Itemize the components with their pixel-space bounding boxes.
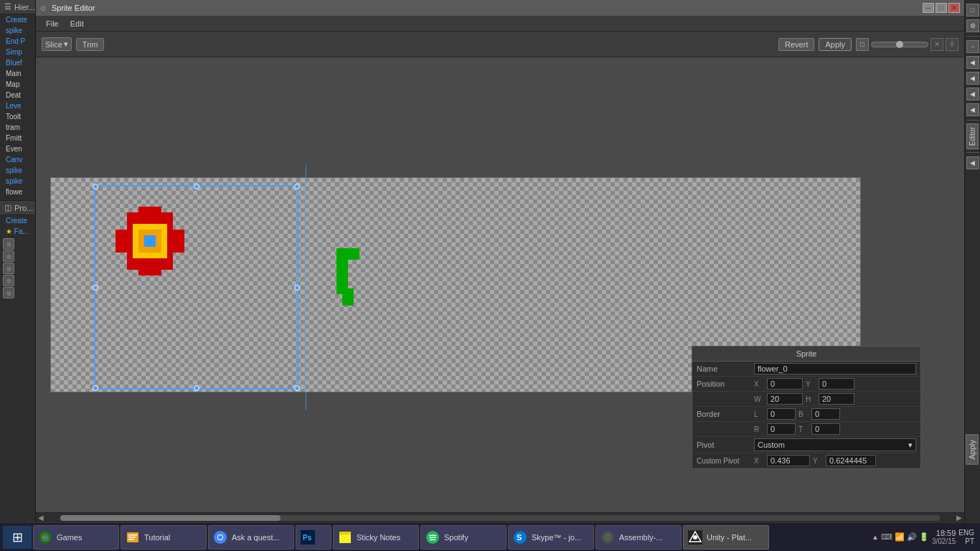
menu-edit[interactable]: Edit	[66, 19, 88, 28]
revert-button[interactable]: Revert	[778, 38, 814, 51]
taskbar-item-spotify[interactable]: Spotify	[420, 525, 507, 550]
view-icon-1[interactable]: □	[856, 38, 869, 51]
tray-arrow[interactable]: ▲	[872, 533, 879, 541]
sidebar-item-endp[interactable]: End P	[0, 36, 35, 47]
r-input[interactable]	[767, 423, 796, 435]
apply-button-top[interactable]: Apply	[819, 38, 852, 51]
info-panel-title: Sprite	[692, 347, 920, 362]
scroll-track[interactable]	[60, 515, 940, 521]
rpanel-icon-1[interactable]: □	[966, 4, 979, 17]
sidebar-item-tram[interactable]: tram	[0, 122, 35, 133]
sidebar-item-fmitt[interactable]: Fmitt	[0, 133, 35, 143]
taskbar-item-chrome[interactable]: Ask a quest...	[208, 525, 294, 550]
clock-display[interactable]: 18:59 3/02/15	[932, 529, 956, 545]
sidebar-item-bluef[interactable]: Bluef	[0, 57, 35, 68]
scroll-right-btn[interactable]: ▶	[954, 513, 964, 523]
sidebar-item-spike1[interactable]: spike	[0, 25, 35, 36]
sidebar-item-simp[interactable]: Simp	[0, 47, 35, 57]
sprite-green	[331, 246, 359, 307]
tray-keyboard[interactable]: ⌨	[881, 532, 892, 542]
r-label: R	[754, 425, 764, 433]
y-input[interactable]	[819, 378, 854, 390]
rpanel-icon-4[interactable]: ◀	[966, 56, 979, 69]
taskbar-item-tutorial[interactable]: Tutorial	[121, 525, 207, 550]
trim-button[interactable]: Trim	[76, 38, 105, 51]
editor-label[interactable]: Editor	[966, 123, 979, 149]
cp-x-input[interactable]	[767, 455, 810, 466]
tool-icons-group: ◎ ◎ ◎ ◎ ◎	[0, 237, 35, 300]
tutorial-label: Tutorial	[144, 533, 170, 542]
create-btn[interactable]: Create	[0, 14, 35, 25]
tool-icon-3[interactable]: ◎	[3, 263, 14, 274]
tray-sound[interactable]: 🔊	[907, 532, 917, 542]
rpanel-icon-5[interactable]: ◀	[966, 72, 979, 85]
pivot-dropdown[interactable]: Custom ▾	[754, 438, 916, 451]
svg-rect-22	[128, 534, 137, 536]
handle-bl[interactable]	[93, 385, 98, 391]
tray-network[interactable]: 📶	[895, 532, 905, 542]
view-icon-x[interactable]: ✕	[930, 38, 943, 51]
sidebar-item-deat[interactable]: Deat	[0, 90, 35, 100]
start-button[interactable]: ⊞	[3, 526, 32, 549]
l-input[interactable]	[767, 408, 796, 420]
horizontal-scrollbar[interactable]: ◀ ▶	[36, 512, 964, 522]
sidebar-item-main[interactable]: Main	[0, 68, 35, 79]
tool-icon-2[interactable]: ◎	[3, 250, 14, 262]
sidebar-item-spike3[interactable]: spike	[0, 176, 35, 187]
handle-tl[interactable]	[93, 184, 98, 189]
taskbar-item-ps[interactable]: Ps	[296, 525, 331, 550]
zoom-slider[interactable]	[871, 42, 928, 47]
rpanel-icon-6[interactable]: ◀	[966, 88, 979, 100]
close-button[interactable]: ✕	[948, 3, 960, 13]
sidebar-item-spike2[interactable]: spike	[0, 165, 35, 176]
hierarchy-header: ☰ Hier...	[0, 0, 35, 14]
apply-button-right[interactable]: Apply	[966, 435, 979, 465]
border-fields-rt: R T	[754, 423, 916, 435]
tool-icon-1[interactable]: ◎	[3, 238, 14, 250]
handle-br[interactable]	[294, 385, 300, 391]
project-create-btn[interactable]: Create	[0, 215, 35, 226]
rpanel-icon-9[interactable]: ◀	[966, 156, 979, 169]
name-input[interactable]	[754, 363, 916, 375]
border-label: Border	[697, 410, 754, 418]
svg-rect-16	[336, 248, 359, 260]
handle-ml[interactable]	[93, 285, 98, 291]
maximize-button[interactable]: □	[936, 3, 947, 13]
view-icon-grid[interactable]: #	[946, 38, 958, 51]
h-input[interactable]	[819, 393, 854, 405]
sprite-editor-toolbar: Slice ▾ Trim Revert Apply □ ✕ #	[36, 32, 964, 57]
rpanel-icon-gear[interactable]: ⚙	[966, 19, 979, 32]
handle-tm[interactable]	[194, 184, 199, 189]
t-input[interactable]	[811, 423, 840, 435]
x-input[interactable]	[767, 378, 803, 390]
taskbar-item-unity[interactable]: Unity - Plat...	[683, 525, 769, 550]
sprite-canvas-area[interactable]: Sprite Name Position X Y	[36, 57, 964, 512]
cp-y-input[interactable]	[826, 455, 876, 466]
sidebar-item-canv[interactable]: Canv	[0, 154, 35, 165]
sidebar-item-flowe[interactable]: flowe	[0, 187, 35, 197]
w-input[interactable]	[767, 393, 803, 405]
handle-mr[interactable]	[294, 285, 300, 291]
tool-icon-4[interactable]: ◎	[3, 275, 14, 286]
handle-bm[interactable]	[194, 385, 199, 391]
sidebar-item-toolt[interactable]: Toolt	[0, 111, 35, 122]
sidebar-item-map[interactable]: Map	[0, 79, 35, 90]
tray-power[interactable]: 🔋	[919, 532, 929, 542]
taskbar-item-skype[interactable]: S Skype™ - jo...	[508, 525, 594, 550]
minimize-button[interactable]: ─	[923, 3, 934, 13]
scroll-left-btn[interactable]: ◀	[36, 513, 46, 523]
taskbar-item-games[interactable]: 🎮 Games	[33, 525, 119, 550]
rpanel-icon-3[interactable]: →	[966, 40, 979, 53]
tool-icon-5[interactable]: ◎	[3, 287, 14, 298]
taskbar-item-assembly[interactable]: Assembly-...	[595, 525, 682, 550]
sidebar-item-even[interactable]: Even	[0, 143, 35, 154]
b-input[interactable]	[811, 408, 840, 420]
menu-file[interactable]: File	[42, 19, 63, 28]
right-thin-panel: □ ⚙ → ◀ ◀ ◀ ◀ Editor ◀ Apply	[964, 0, 980, 522]
time-display: 18:59	[932, 529, 956, 537]
slice-dropdown[interactable]: Slice ▾	[42, 37, 72, 51]
handle-tr[interactable]	[294, 184, 300, 189]
rpanel-icon-7[interactable]: ◀	[966, 103, 979, 116]
taskbar-item-sticky[interactable]: Sticky Notes	[333, 525, 419, 550]
sidebar-item-leve[interactable]: Leve	[0, 100, 35, 111]
